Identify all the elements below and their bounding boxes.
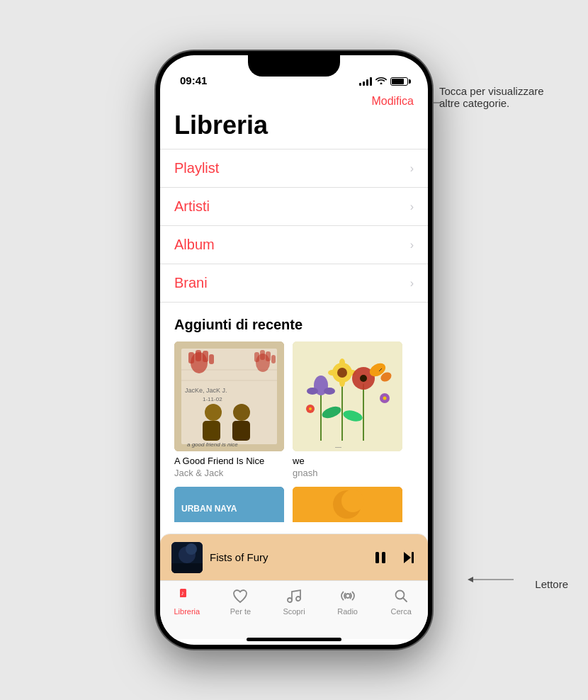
- svg-point-33: [328, 370, 337, 376]
- radio-icon: [339, 587, 357, 605]
- library-item-label-playlist: Playlist: [174, 160, 219, 176]
- notch: [248, 55, 340, 77]
- home-indicator: [160, 639, 428, 645]
- album-partial-2[interactable]: [293, 487, 402, 522]
- callout-line2: altre categorie.: [439, 97, 567, 109]
- svg-marker-61: [404, 552, 411, 563]
- signal-bars-icon: [359, 77, 372, 86]
- svg-point-35: [339, 359, 345, 367]
- svg-point-67: [288, 598, 292, 602]
- chevron-right-icon-album: ›: [410, 239, 414, 252]
- album-artist-1: Jack & Jack: [174, 468, 284, 478]
- svg-rect-11: [203, 351, 208, 362]
- wifi-icon: [375, 76, 387, 86]
- svg-text:♪: ♪: [181, 589, 184, 597]
- album-name-2: we: [293, 456, 402, 468]
- top-bar: Modifica: [160, 92, 428, 108]
- svg-point-58: [186, 543, 197, 555]
- albums-row2: URBAN NAYA: [160, 478, 428, 522]
- player-song-title: Fists of Fury: [210, 551, 366, 563]
- tab-bar: ♪ Libreria Per te: [160, 580, 428, 639]
- tab-perte[interactable]: Per te: [219, 587, 261, 616]
- svg-rect-10: [196, 350, 201, 361]
- modifica-callout: Tocca per visualizzare altre categorie.: [439, 85, 567, 109]
- svg-point-39: [360, 375, 367, 382]
- svg-text:a good friend is nice: a good friend is nice: [187, 441, 238, 448]
- svg-point-29: [324, 388, 335, 395]
- tab-libreria-label: Libreria: [174, 607, 200, 616]
- player-controls: [373, 550, 417, 565]
- svg-point-28: [307, 388, 318, 395]
- album-art-2: —: [293, 341, 402, 451]
- library-item-label-brani: Brani: [174, 275, 208, 291]
- tab-cerca[interactable]: Cerca: [380, 587, 422, 616]
- svg-rect-23: [271, 355, 276, 363]
- svg-rect-60: [382, 552, 385, 563]
- svg-rect-17: [203, 421, 220, 441]
- chevron-right-icon-brani: ›: [410, 277, 414, 290]
- svg-marker-3: [468, 577, 473, 582]
- album-card-2[interactable]: — we gnash: [293, 341, 402, 478]
- svg-text:URBAN NAYA: URBAN NAYA: [181, 504, 237, 514]
- heart-icon: [231, 587, 249, 605]
- tab-radio-label: Radio: [337, 607, 358, 616]
- tab-perte-label: Per te: [230, 607, 251, 616]
- album-cover-2: —: [293, 341, 402, 451]
- svg-rect-56: [171, 563, 203, 573]
- player-thumbnail: [171, 542, 203, 573]
- tab-libreria[interactable]: ♪ Libreria: [166, 587, 208, 616]
- svg-point-36: [339, 378, 345, 387]
- albums-grid: JacKe, JacK J. 1-11-02: [160, 341, 428, 478]
- home-bar: [247, 638, 341, 641]
- scene: Tocca per visualizzare altre categorie. …: [0, 0, 588, 700]
- svg-rect-62: [412, 552, 414, 563]
- tab-scopri[interactable]: Scopri: [273, 587, 315, 616]
- library-item-brani[interactable]: Brani ›: [160, 264, 428, 303]
- svg-rect-20: [254, 352, 259, 362]
- phone-screen: 09:41: [160, 55, 428, 645]
- phone-frame: 09:41: [156, 51, 432, 649]
- page-title: Libreria: [160, 108, 428, 149]
- status-bar: 09:41: [160, 55, 428, 92]
- modifica-button[interactable]: Modifica: [371, 95, 414, 108]
- library-item-album[interactable]: Album ›: [160, 226, 428, 264]
- library-list: Playlist › Artisti › Album › Brani ›: [160, 149, 428, 303]
- tab-cerca-label: Cerca: [391, 607, 412, 616]
- svg-rect-59: [375, 552, 379, 563]
- chevron-right-icon-playlist: ›: [410, 162, 414, 175]
- lettore-label: Lettore: [535, 578, 568, 590]
- battery-icon: [390, 77, 408, 86]
- svg-point-46: [383, 397, 387, 400]
- svg-point-32: [337, 368, 347, 378]
- lettore-arrow: [468, 574, 517, 585]
- search-icon: [392, 587, 410, 605]
- library-item-playlist[interactable]: Playlist ›: [160, 149, 428, 188]
- chevron-right-icon-artisti: ›: [410, 201, 414, 213]
- next-button[interactable]: [401, 550, 417, 565]
- tab-radio[interactable]: Radio: [327, 587, 369, 616]
- album-art-1: JacKe, JacK J. 1-11-02: [174, 341, 284, 451]
- svg-point-54: [341, 490, 364, 512]
- library-item-label-album: Album: [174, 237, 215, 253]
- svg-point-44: [309, 407, 312, 410]
- status-time: 09:41: [180, 74, 207, 86]
- svg-text:JacKe, JacK J.: JacKe, JacK J.: [185, 387, 227, 394]
- pause-button[interactable]: [373, 550, 388, 565]
- svg-point-16: [233, 404, 250, 421]
- album-artist-2: gnash: [293, 468, 402, 478]
- svg-text:1-11-02: 1-11-02: [203, 396, 222, 402]
- svg-rect-18: [232, 421, 250, 441]
- svg-point-68: [296, 597, 300, 601]
- player-thumb-art: [171, 542, 203, 573]
- library-item-artisti[interactable]: Artisti ›: [160, 188, 428, 226]
- album-card-1[interactable]: JacKe, JacK J. 1-11-02: [174, 341, 284, 478]
- status-icons: [359, 76, 408, 86]
- mini-player[interactable]: Fists of Fury: [160, 534, 428, 580]
- svg-line-71: [403, 598, 407, 602]
- callout-line1: Tocca per visualizzare: [439, 85, 567, 97]
- lettore-callout: Lettore: [535, 578, 568, 590]
- tab-scopri-label: Scopri: [283, 607, 305, 616]
- svg-rect-21: [260, 350, 265, 360]
- album-partial-1[interactable]: URBAN NAYA: [174, 487, 284, 522]
- svg-rect-12: [209, 354, 214, 364]
